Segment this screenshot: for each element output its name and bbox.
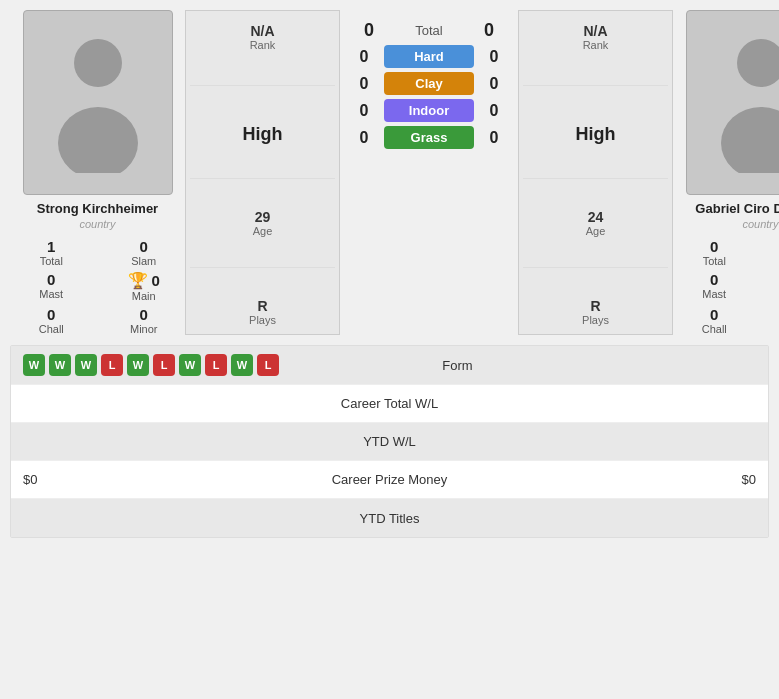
form-badge-0: W: [23, 354, 45, 376]
svg-point-1: [58, 107, 138, 173]
right-chall-stat: 0 Chall: [673, 306, 756, 335]
left-player-card: Strong Kirchheimer country 1 Total 0 Sla…: [10, 10, 185, 335]
main-container: Strong Kirchheimer country 1 Total 0 Sla…: [0, 0, 779, 548]
right-slam-stat: 0 Slam: [766, 238, 780, 267]
surface-score-right-0: 0: [474, 48, 514, 66]
career-wl-label: Career Total W/L: [143, 396, 636, 411]
surface-score-left-2: 0: [344, 102, 384, 120]
form-badge-1: W: [49, 354, 71, 376]
ytd-titles-row: YTD Titles: [11, 499, 768, 537]
form-badge-2: W: [75, 354, 97, 376]
form-badge-4: W: [127, 354, 149, 376]
left-age-label: Age: [253, 225, 273, 237]
left-slam-value: 0: [140, 238, 148, 255]
left-main-value: 0: [152, 272, 160, 289]
left-total-label: Total: [40, 255, 63, 267]
left-rank-value: N/A: [250, 23, 274, 39]
surface-btn-hard[interactable]: Hard: [384, 45, 474, 68]
center-column: 0 Total 0 0 Hard 0 0 Clay 0 0 Indoor 0 0…: [340, 10, 518, 335]
top-section: Strong Kirchheimer country 1 Total 0 Sla…: [10, 10, 769, 335]
left-minor-label: Minor: [130, 323, 158, 335]
form-badge-9: L: [257, 354, 279, 376]
right-middle-panel: N/A Rank High 24 Age R Plays: [518, 10, 673, 335]
right-plays-label: Plays: [582, 314, 609, 326]
right-player-avatar: [686, 10, 780, 195]
left-mast-value: 0: [47, 271, 55, 288]
left-country: country: [79, 218, 115, 230]
right-divider3: [523, 267, 668, 268]
left-total-value: 1: [47, 238, 55, 255]
surface-row-grass: 0 Grass 0: [344, 126, 514, 149]
left-player-name: Strong Kirchheimer: [37, 201, 158, 216]
right-age-block: 24 Age: [586, 209, 606, 237]
left-player-avatar: [23, 10, 173, 195]
total-label: Total: [389, 23, 469, 38]
right-mast-label: Mast: [702, 288, 726, 300]
total-row: 0 Total 0: [344, 20, 514, 41]
surface-rows: 0 Hard 0 0 Clay 0 0 Indoor 0 0 Grass 0: [344, 45, 514, 153]
form-badges-container: WWWLWLWLWL: [23, 354, 279, 376]
surface-score-right-3: 0: [474, 129, 514, 147]
right-total-label: Total: [703, 255, 726, 267]
left-rank-block: N/A Rank: [190, 19, 335, 55]
left-player-stats: 1 Total 0 Slam 0 Mast 🏆 0 Main: [10, 238, 185, 335]
left-divider2: [190, 178, 335, 179]
right-mast-value: 0: [710, 271, 718, 288]
right-age-label: Age: [586, 225, 606, 237]
right-divider2: [523, 178, 668, 179]
left-minor-value: 0: [140, 306, 148, 323]
surface-score-left-1: 0: [344, 75, 384, 93]
left-trophy-icon: 🏆: [128, 271, 148, 290]
left-rank-label: Rank: [250, 39, 276, 51]
right-rank-label: Rank: [583, 39, 609, 51]
right-high-block: High: [523, 116, 668, 149]
left-chall-stat: 0 Chall: [10, 306, 93, 335]
right-country: country: [742, 218, 778, 230]
total-score-left: 0: [349, 20, 389, 41]
left-minor-stat: 0 Minor: [103, 306, 186, 335]
left-main-label: Main: [132, 290, 156, 302]
left-slam-label: Slam: [131, 255, 156, 267]
left-slam-stat: 0 Slam: [103, 238, 186, 267]
right-chall-value: 0: [710, 306, 718, 323]
form-badge-7: L: [205, 354, 227, 376]
ytd-wl-row: YTD W/L: [11, 423, 768, 461]
right-total-stat: 0 Total: [673, 238, 756, 267]
ytd-wl-label: YTD W/L: [143, 434, 636, 449]
right-rank-block: N/A Rank: [523, 19, 668, 55]
right-plays-value: R: [590, 298, 600, 314]
form-badge-3: L: [101, 354, 123, 376]
total-score-right: 0: [469, 20, 509, 41]
left-trophy-main: 🏆 0 Main: [103, 271, 186, 302]
career-wl-row: Career Total W/L: [11, 385, 768, 423]
left-age-block: 29 Age: [253, 209, 273, 237]
right-age-value: 24: [588, 209, 604, 225]
form-label: Form: [279, 358, 636, 373]
right-player-name: Gabriel Ciro DA Silva: [695, 201, 779, 216]
left-mast-stat: 0 Mast: [10, 271, 93, 302]
right-chall-label: Chall: [702, 323, 727, 335]
left-high-value: High: [243, 124, 283, 145]
prize-row: $0 Career Prize Money $0: [11, 461, 768, 499]
right-minor-stat: 0 Minor: [766, 306, 780, 335]
surface-score-left-3: 0: [344, 129, 384, 147]
right-total-value: 0: [710, 238, 718, 255]
left-mast-label: Mast: [39, 288, 63, 300]
surface-btn-grass[interactable]: Grass: [384, 126, 474, 149]
left-plays-label: Plays: [249, 314, 276, 326]
bottom-section: WWWLWLWLWL Form Career Total W/L YTD W/L…: [10, 345, 769, 538]
surface-btn-clay[interactable]: Clay: [384, 72, 474, 95]
right-player-stats: 0 Total 0 Slam 0 Mast 🏆 0 Main: [673, 238, 779, 335]
right-prize: $0: [636, 472, 756, 487]
surface-btn-indoor[interactable]: Indoor: [384, 99, 474, 122]
left-middle-panel: N/A Rank High 29 Age R Plays: [185, 10, 340, 335]
left-prize: $0: [23, 472, 143, 487]
left-divider1: [190, 85, 335, 86]
surface-row-hard: 0 Hard 0: [344, 45, 514, 68]
left-divider3: [190, 267, 335, 268]
right-high-value: High: [576, 124, 616, 145]
surface-row-clay: 0 Clay 0: [344, 72, 514, 95]
svg-point-2: [737, 39, 780, 87]
right-rank-value: N/A: [583, 23, 607, 39]
prize-label: Career Prize Money: [143, 472, 636, 487]
